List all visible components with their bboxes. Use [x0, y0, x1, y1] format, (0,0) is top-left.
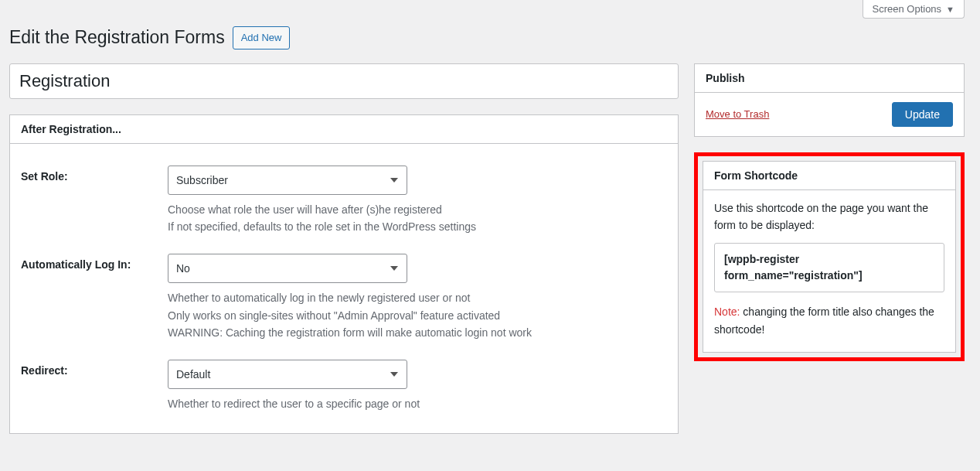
auto-login-label: Automatically Log In:: [21, 241, 168, 347]
after-registration-box: After Registration... Set Role: Subscrib…: [9, 114, 679, 434]
shortcode-note: Note: changing the form title also chang…: [714, 303, 944, 338]
add-new-button[interactable]: Add New: [233, 26, 291, 49]
set-role-desc-1: Choose what role the user will have afte…: [168, 201, 659, 218]
note-label: Note:: [714, 305, 740, 318]
shortcode-highlight: Form Shortcode Use this shortcode on the…: [694, 152, 965, 362]
set-role-label: Set Role:: [21, 153, 168, 242]
set-role-select[interactable]: Subscriber: [168, 166, 407, 195]
redirect-select[interactable]: Default: [168, 360, 407, 389]
page-title: Edit the Registration Forms: [9, 27, 225, 48]
screen-options-button[interactable]: Screen Options ▼: [863, 0, 965, 19]
publish-box: Publish Move to Trash Update: [694, 63, 965, 137]
move-to-trash-link[interactable]: Move to Trash: [706, 108, 769, 120]
update-button[interactable]: Update: [892, 102, 953, 127]
note-text: changing the form title also changes the…: [714, 305, 934, 335]
form-title-input[interactable]: [9, 63, 679, 99]
redirect-label: Redirect:: [21, 347, 168, 418]
auto-login-desc-1: Whether to automatically log in the newl…: [168, 289, 659, 306]
set-role-desc-2: If not specified, defaults to the role s…: [168, 218, 659, 235]
auto-login-desc-3: WARNING: Caching the registration form w…: [168, 324, 659, 341]
auto-login-desc-2: Only works on single-sites without "Admi…: [168, 307, 659, 324]
form-shortcode-box: Form Shortcode Use this shortcode on the…: [703, 161, 956, 353]
redirect-desc-1: Whether to redirect the user to a specif…: [168, 395, 659, 412]
publish-heading: Publish: [706, 72, 953, 84]
shortcode-code[interactable]: [wppb-register form_name="registration"]: [714, 243, 944, 292]
screen-options-label: Screen Options: [873, 3, 942, 15]
form-shortcode-heading: Form Shortcode: [714, 169, 944, 182]
caret-down-icon: ▼: [946, 5, 954, 14]
shortcode-intro: Use this shortcode on the page you want …: [714, 200, 944, 234]
after-registration-heading: After Registration...: [21, 123, 667, 135]
auto-login-select[interactable]: No: [168, 254, 407, 283]
